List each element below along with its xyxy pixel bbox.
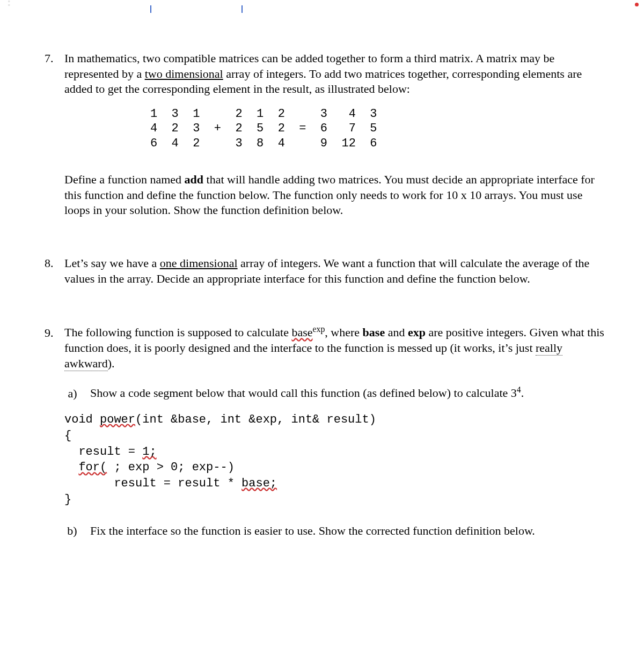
q7-define: Define a function named add that will ha…	[64, 172, 606, 218]
q9a-text: Show a code segment below that would cal…	[90, 387, 517, 400]
code-l4b: ; exp > 0; exp--)	[107, 461, 235, 474]
code-l1a: void	[64, 413, 100, 426]
code-l4-for: for(	[78, 461, 107, 474]
q9-exp-sup: exp	[313, 324, 325, 334]
q9-and: and	[385, 326, 408, 339]
q9b-text: Fix the interface so the function is eas…	[90, 524, 535, 537]
q8-one-dimensional-link: one dimensional	[160, 256, 238, 270]
top-marks: ≡≡	[54, 29, 606, 39]
matrix-row-2: 4 2 3 + 2 5 2 = 6 7 5	[150, 122, 377, 135]
q9-intro: The following function is supposed to ca…	[64, 324, 606, 371]
q9-intro-pre: The following function is supposed to ca…	[64, 326, 291, 339]
code-l3b: 1;	[142, 445, 156, 459]
q9a-end: .	[521, 387, 524, 400]
question-9: The following function is supposed to ca…	[56, 324, 606, 539]
q9-part-b: Fix the interface so the function is eas…	[86, 523, 606, 539]
matrix-example: 1 3 1 2 1 2 3 4 3 4 2 3 + 2 5 2 = 6 7 5 …	[150, 107, 606, 151]
code-l2: {	[64, 429, 71, 442]
q8-text: Let’s say we have a one dimensional arra…	[64, 256, 606, 286]
q7-define-pre: Define a function named	[64, 173, 185, 186]
q8-pre: Let’s say we have a	[64, 256, 160, 270]
q7-intro: In mathematics, two compatible matrices …	[64, 51, 606, 97]
q9-intro-end: ).	[108, 357, 115, 370]
code-l1-power: power	[100, 413, 135, 426]
red-dot-icon	[635, 3, 639, 6]
ruler-tick-icon	[150, 5, 151, 13]
code-l6: }	[64, 493, 71, 506]
question-8: Let’s say we have a one dimensional arra…	[56, 256, 606, 286]
question-7: In mathematics, two compatible matrices …	[56, 51, 606, 218]
q9-bold-base: base	[363, 326, 385, 339]
q9-bold-exp: exp	[408, 326, 426, 339]
q7-two-dimensional-link: two dimensional	[145, 67, 223, 80]
code-l1b: (int &base, int &exp, int& result)	[135, 413, 376, 426]
page-edge-stub: ≡≡	[8, 0, 10, 8]
matrix-row-3: 6 4 2 3 8 4 9 12 6	[150, 137, 377, 150]
code-block: void power(int &base, int &exp, int& res…	[64, 412, 606, 507]
q9-part-a: Show a code segment below that would cal…	[86, 385, 606, 401]
code-l4a	[64, 461, 78, 474]
code-l3a: result =	[64, 445, 142, 459]
code-l5a: result = result *	[64, 477, 241, 490]
q9-base-wavy: base	[291, 326, 312, 339]
q7-add-bold: add	[185, 173, 203, 186]
document-page: ≡≡ In mathematics, two compatible matric…	[0, 0, 644, 598]
code-l5b: base;	[241, 477, 277, 490]
matrix-row-1: 1 3 1 2 1 2 3 4 3	[150, 107, 377, 121]
q9-intro-mid: , where	[325, 326, 362, 339]
q9a-sup: 4	[517, 385, 521, 394]
ruler-tick-icon	[241, 5, 243, 13]
